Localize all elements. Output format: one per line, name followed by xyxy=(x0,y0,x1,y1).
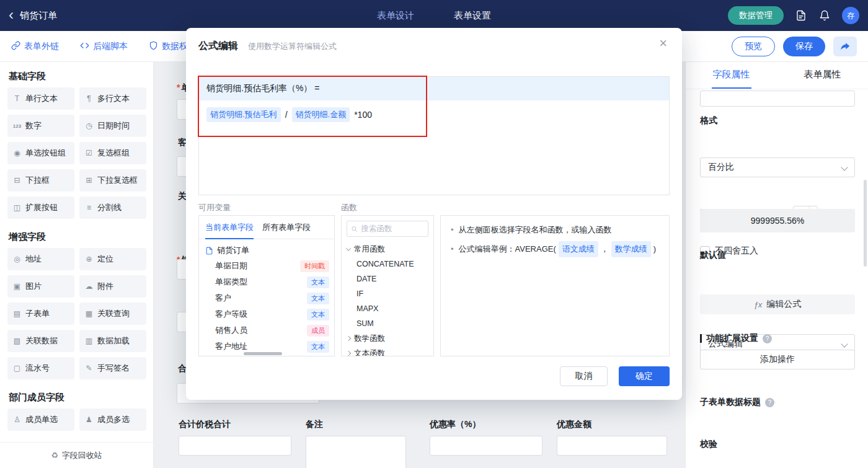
field-type-datetime[interactable]: ◷日期时间 xyxy=(79,115,146,137)
tab-form-settings[interactable]: 表单设置 xyxy=(454,10,491,22)
field-type-related-query[interactable]: ▦关联查询 xyxy=(79,302,146,325)
formula-tail: *100 xyxy=(354,110,372,120)
confirm-button[interactable]: 确定 xyxy=(619,366,670,386)
field-type-member-single[interactable]: ♙成员单选 xyxy=(7,408,74,431)
variable-item[interactable]: 单据日期时间戳 xyxy=(199,258,334,274)
field-type-serial-number[interactable]: ▢流水号 xyxy=(7,357,74,379)
field-type-checkbox-group[interactable]: ☑复选框组 xyxy=(79,142,146,164)
field-type-subform[interactable]: ▤子表单 xyxy=(7,302,74,325)
function-group-text[interactable]: 文本函数 xyxy=(342,346,433,356)
field-label: 优惠率（%） xyxy=(430,419,542,430)
variable-item[interactable]: 销售人员成员 xyxy=(199,322,334,338)
close-icon[interactable]: × xyxy=(659,37,667,50)
field-type-single-line-text[interactable]: T单行文本 xyxy=(7,87,74,110)
field-type-label: 扩展按钮 xyxy=(25,202,58,213)
share-button[interactable] xyxy=(833,37,857,56)
tab-form-design[interactable]: 表单设计 xyxy=(377,10,414,22)
section-title-member: 部门成员字段 xyxy=(9,392,153,404)
field-type-geolocation[interactable]: ⊕定位 xyxy=(79,248,146,270)
field-type-signature[interactable]: ✎手写签名 xyxy=(79,357,146,379)
tab-form-properties[interactable]: 表单属性 xyxy=(777,62,868,89)
field-type-attachment[interactable]: ☁附件 xyxy=(79,275,146,298)
variable-item[interactable]: 客户等级文本 xyxy=(199,306,334,322)
remark-input[interactable] xyxy=(306,436,406,468)
field-type-label: 单选按钮组 xyxy=(25,148,66,159)
save-button[interactable]: 保存 xyxy=(783,37,825,56)
field-type-member-multi[interactable]: ♟成员多选 xyxy=(79,408,146,431)
help-icon[interactable]: ? xyxy=(765,398,774,407)
help-icon[interactable]: ? xyxy=(763,334,772,343)
function-group-math[interactable]: 数学函数 xyxy=(342,331,433,346)
default-value-label: 默认值 xyxy=(700,250,855,261)
variable-item[interactable]: 客户文本 xyxy=(199,290,334,306)
field-type-radio-group[interactable]: ◉单选按钮组 xyxy=(7,142,74,164)
function-item[interactable]: IF xyxy=(342,286,433,301)
function-item[interactable]: DATE xyxy=(342,272,433,286)
edit-formula-button[interactable]: ƒx 编辑公式 xyxy=(700,294,855,314)
backend-script-button[interactable]: 后端脚本 xyxy=(80,41,128,52)
avatar[interactable]: 存 xyxy=(842,7,859,24)
tree-root-form[interactable]: 销货订单 xyxy=(199,239,334,258)
formula-field-token[interactable]: 销货明细.预估毛利 xyxy=(206,107,281,122)
page-title: 销货订单 xyxy=(20,10,57,22)
form-external-link-button[interactable]: 表单外链 xyxy=(11,41,59,52)
data-manage-button[interactable]: 数据管理 xyxy=(728,6,784,25)
field-type-label: 分割线 xyxy=(97,202,122,213)
format-select[interactable]: 百分比 xyxy=(700,157,855,177)
formula-field-token[interactable]: 销货明细.金额 xyxy=(292,107,350,122)
function-item[interactable]: SUM xyxy=(342,316,433,331)
function-search-input[interactable] xyxy=(361,224,424,233)
vertical-scrollbar[interactable] xyxy=(864,180,867,267)
field-palette-sidebar: 基础字段 T单行文本 ¶多行文本 123数字 ◷日期时间 ◉单选按钮组 ☑复选框… xyxy=(0,62,154,468)
tab-field-properties[interactable]: 字段属性 xyxy=(686,62,777,89)
chevron-down-icon xyxy=(346,245,351,250)
field-type-divider[interactable]: ≡分割线 xyxy=(79,196,146,219)
formula-editor[interactable]: 销货明细.预估毛利率（%） = 销货明细.预估毛利 / 销货明细.金额 *100 xyxy=(198,76,670,195)
variable-item[interactable]: 单据类型文本 xyxy=(199,274,334,290)
preview-button[interactable]: 预览 xyxy=(732,37,775,56)
image-icon: ▣ xyxy=(12,282,22,291)
total-price-tax-input[interactable] xyxy=(179,436,291,456)
field-type-extend-button[interactable]: ◫扩展按钮 xyxy=(7,196,74,219)
file-icon[interactable] xyxy=(795,9,807,22)
function-item[interactable]: MAPX xyxy=(342,301,433,316)
field-type-multi-line-text[interactable]: ¶多行文本 xyxy=(79,87,146,110)
discount-amount-input[interactable] xyxy=(557,436,667,456)
field-type-data-load[interactable]: ▥数据加载 xyxy=(79,330,146,352)
tab-all-form-fields[interactable]: 所有表单字段 xyxy=(262,216,311,239)
formula-edit-modal: 公式编辑 使用数学运算符编辑公式 × 销货明细.预估毛利率（%） = 销货明细.… xyxy=(186,28,682,400)
field-type-number[interactable]: 123数字 xyxy=(7,115,74,137)
cancel-button[interactable]: 取消 xyxy=(560,366,608,386)
function-item[interactable]: CONCATENATE xyxy=(342,257,433,272)
type-badge: 文本 xyxy=(307,341,329,353)
field-type-label: 子表单 xyxy=(25,308,50,319)
discount-rate-input[interactable] xyxy=(430,436,542,456)
field-type-select[interactable]: ⊟下拉框 xyxy=(7,169,74,192)
notification-bell-icon[interactable] xyxy=(818,9,831,22)
format-preview: 9999955.56% xyxy=(700,209,855,232)
function-search[interactable] xyxy=(347,221,428,237)
field-title-input-partial[interactable] xyxy=(700,91,855,107)
variables-pane-label: 可用变量 xyxy=(198,202,231,213)
field-type-address[interactable]: ◎地址 xyxy=(7,248,74,270)
field-type-label: 数据加载 xyxy=(97,335,130,347)
field-type-label: 日期时间 xyxy=(97,120,130,131)
topbar: ‹ 销货订单 表单设计 表单设置 数据管理 存 xyxy=(0,0,868,31)
tab-current-form-fields[interactable]: 当前表单字段 xyxy=(205,216,254,239)
field-type-label: 多行文本 xyxy=(97,93,130,104)
field-label: 合计价税合计 xyxy=(179,419,291,430)
field-type-label: 单行文本 xyxy=(25,93,58,104)
function-group-common[interactable]: 常用函数 xyxy=(342,242,433,257)
pen-icon: ✎ xyxy=(84,364,94,373)
chevron-down-icon xyxy=(841,164,848,170)
field-type-image[interactable]: ▣图片 xyxy=(7,275,74,298)
field-type-label: 手写签名 xyxy=(97,363,130,374)
share-arrow-icon xyxy=(840,41,851,51)
code-icon xyxy=(80,41,89,52)
field-recycle-bin[interactable]: ♻ 字段回收站 xyxy=(0,442,153,468)
back-icon[interactable]: ‹ xyxy=(9,7,14,22)
field-type-related-data[interactable]: ▧关联数据 xyxy=(7,330,74,352)
add-operation-button[interactable]: 添加操作 xyxy=(700,350,855,369)
field-type-multi-select[interactable]: ⊞下拉复选框 xyxy=(79,169,146,192)
horizontal-scrollbar[interactable] xyxy=(244,352,282,355)
